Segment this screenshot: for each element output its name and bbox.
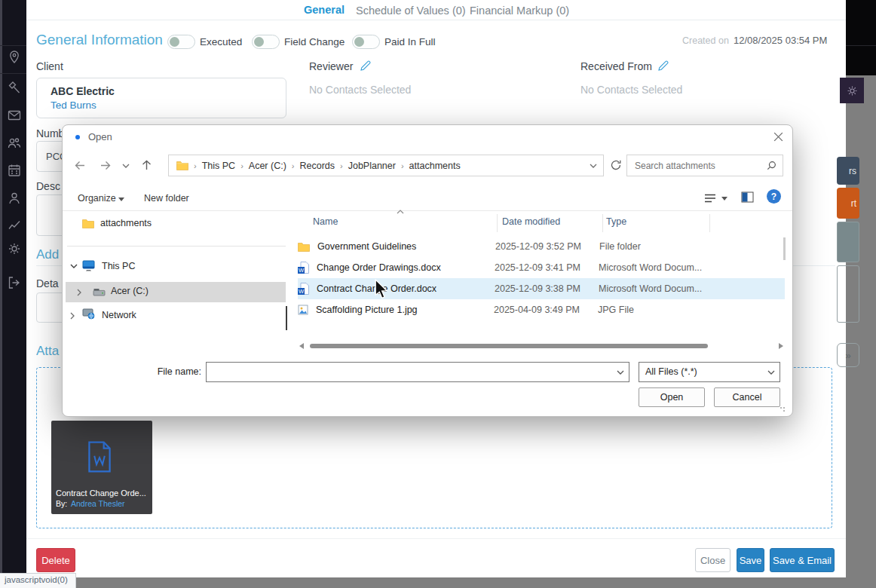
gear-icon bbox=[846, 84, 859, 97]
logout-icon[interactable] bbox=[7, 275, 22, 290]
new-folder-button[interactable]: New folder bbox=[144, 193, 189, 204]
breadcrumb-attachments[interactable]: attachments bbox=[409, 161, 461, 171]
file-name-dropdown-chevron-icon[interactable] bbox=[617, 370, 624, 375]
refresh-icon[interactable] bbox=[610, 159, 622, 171]
file-row-government-guidelines[interactable]: Government Guidelines 2025-12-09 3:52 PM… bbox=[298, 236, 785, 257]
person-icon[interactable] bbox=[7, 191, 22, 206]
column-header-date-modified[interactable]: Date modified bbox=[502, 216, 560, 227]
breadcrumb-records[interactable]: Records bbox=[299, 161, 335, 171]
search-box[interactable] bbox=[626, 155, 783, 176]
tree-item-this-pc[interactable]: This PC bbox=[102, 261, 135, 271]
breadcrumb-acer-c[interactable]: Acer (C:) bbox=[249, 161, 286, 171]
file-type: JPG File bbox=[598, 305, 634, 315]
breadcrumb-separator: › bbox=[292, 161, 295, 170]
file-name-input[interactable] bbox=[207, 363, 614, 381]
address-bar[interactable]: › This PC › Acer (C:) › Records › JobPla… bbox=[168, 155, 604, 176]
save-button[interactable]: Save bbox=[737, 548, 764, 572]
additional-section-heading: Add bbox=[36, 247, 59, 262]
reviewer-edit-pencil-icon[interactable] bbox=[360, 60, 372, 72]
column-header-type[interactable]: Type bbox=[606, 216, 626, 227]
attachment-card[interactable]: Contract Change Orde... By: Andrea Thesl… bbox=[51, 421, 152, 514]
file-type: Microsoft Word Docum... bbox=[599, 283, 702, 294]
back-arrow-icon[interactable] bbox=[73, 159, 87, 172]
open-file-dialog: Open › This PC › Acer (C:) › Records › bbox=[62, 124, 793, 417]
hammer-icon[interactable] bbox=[7, 80, 22, 95]
breadcrumb-this-pc[interactable]: This PC bbox=[202, 161, 235, 171]
save-and-email-button[interactable]: Save & Email bbox=[770, 548, 835, 572]
toggle-paid-in-full[interactable] bbox=[352, 35, 380, 49]
file-name: Government Guidelines bbox=[317, 241, 495, 252]
scroll-right-arrow-icon[interactable] bbox=[779, 343, 783, 349]
file-row-change-order-drawings[interactable]: W Change Order Drawings.docx 2025-12-09 … bbox=[298, 257, 785, 278]
forward-arrow-icon[interactable] bbox=[99, 159, 112, 172]
preview-pane-icon[interactable] bbox=[741, 191, 754, 203]
word-document-icon bbox=[87, 440, 112, 473]
tree-collapse-chevron-icon[interactable] bbox=[70, 312, 75, 320]
tree-item-network[interactable]: Network bbox=[102, 310, 136, 320]
window-edge bbox=[0, 0, 2, 588]
tree-collapse-chevron-icon[interactable] bbox=[77, 289, 82, 296]
attachment-by-label: By: bbox=[56, 499, 67, 508]
file-row-scaffolding-picture[interactable]: Scaffolding Picture 1.jpg 2025-04-09 3:4… bbox=[298, 299, 785, 320]
address-dropdown-chevron-icon[interactable] bbox=[590, 164, 597, 169]
horizontal-scrollbar-thumb[interactable] bbox=[310, 344, 708, 348]
right-panel-collapse-button[interactable]: » bbox=[837, 343, 859, 367]
toggle-executed[interactable] bbox=[167, 35, 195, 49]
chart-icon[interactable] bbox=[7, 217, 22, 232]
scroll-left-arrow-icon[interactable] bbox=[299, 343, 304, 349]
close-button[interactable]: Close bbox=[695, 548, 731, 572]
toggle-field-change[interactable] bbox=[252, 35, 280, 49]
tab-schedule-of-values[interactable]: Schedule of Values (0) bbox=[356, 5, 466, 17]
client-contact-link[interactable]: Ted Burns bbox=[51, 100, 96, 111]
right-panel-partial-button-1[interactable]: rs bbox=[837, 157, 859, 185]
right-panel-partial-button-2[interactable]: rt bbox=[837, 188, 859, 219]
help-icon[interactable]: ? bbox=[767, 189, 781, 204]
search-icon[interactable] bbox=[766, 161, 776, 171]
attachment-author-link[interactable]: Andrea Thesler bbox=[71, 499, 125, 508]
resize-grip[interactable] bbox=[780, 407, 782, 409]
delete-button[interactable]: Delete bbox=[36, 548, 75, 572]
search-input[interactable] bbox=[627, 155, 764, 176]
tree-expand-chevron-icon[interactable] bbox=[70, 264, 78, 269]
organize-menu[interactable]: Organize bbox=[78, 193, 116, 204]
right-panel-partial-box bbox=[837, 265, 859, 323]
svg-text:W: W bbox=[299, 288, 305, 295]
breadcrumb-separator: › bbox=[340, 161, 343, 170]
column-divider bbox=[497, 214, 498, 232]
file-type-select[interactable]: All Files (*.*) bbox=[639, 362, 780, 382]
breadcrumb-jobplanner[interactable]: JobPlanner bbox=[348, 161, 396, 171]
cancel-button[interactable]: Cancel bbox=[714, 387, 780, 407]
up-arrow-icon[interactable] bbox=[140, 158, 153, 172]
open-button[interactable]: Open bbox=[639, 387, 705, 407]
received-from-edit-pencil-icon[interactable] bbox=[657, 60, 669, 72]
view-options-caret-icon[interactable] bbox=[721, 197, 727, 201]
screen: General Schedule of Values (0) Financial… bbox=[0, 0, 876, 588]
location-pin-icon[interactable] bbox=[7, 50, 22, 65]
view-list-icon[interactable] bbox=[703, 193, 717, 204]
client-company: ABC Electric bbox=[51, 85, 115, 97]
gear-icon[interactable] bbox=[7, 241, 22, 256]
word-file-icon: W bbox=[298, 262, 309, 274]
column-header-name[interactable]: Name bbox=[313, 216, 338, 227]
footer-divider bbox=[26, 538, 846, 539]
file-name-combo bbox=[206, 362, 629, 382]
vertical-scrollbar[interactable] bbox=[783, 237, 786, 260]
team-icon[interactable] bbox=[7, 136, 22, 151]
recent-locations-chevron-icon[interactable] bbox=[122, 164, 130, 169]
calendar-icon[interactable] bbox=[7, 163, 22, 178]
pane-splitter[interactable] bbox=[286, 306, 287, 330]
toolbar-divider bbox=[63, 210, 792, 211]
client-card[interactable]: ABC Electric Ted Burns bbox=[36, 78, 286, 118]
mail-icon[interactable] bbox=[7, 108, 22, 123]
tab-financial-markup[interactable]: Financial Markup (0) bbox=[470, 5, 569, 17]
received-from-label: Received From bbox=[580, 60, 652, 72]
toggle-paid-in-full-label: Paid In Full bbox=[384, 36, 436, 47]
dialog-title: Open bbox=[88, 131, 112, 142]
tree-item-attachments[interactable]: attachments bbox=[100, 218, 152, 228]
close-icon[interactable] bbox=[773, 131, 784, 142]
tree-item-acer-c-selected[interactable]: Acer (C:) bbox=[66, 282, 286, 302]
tab-general[interactable]: General bbox=[304, 4, 345, 16]
background-settings-tile[interactable] bbox=[840, 78, 864, 103]
app-sidebar bbox=[0, 0, 26, 588]
file-row-contract-change-order[interactable]: W Contract Change Order.docx 2025-12-09 … bbox=[298, 278, 785, 299]
